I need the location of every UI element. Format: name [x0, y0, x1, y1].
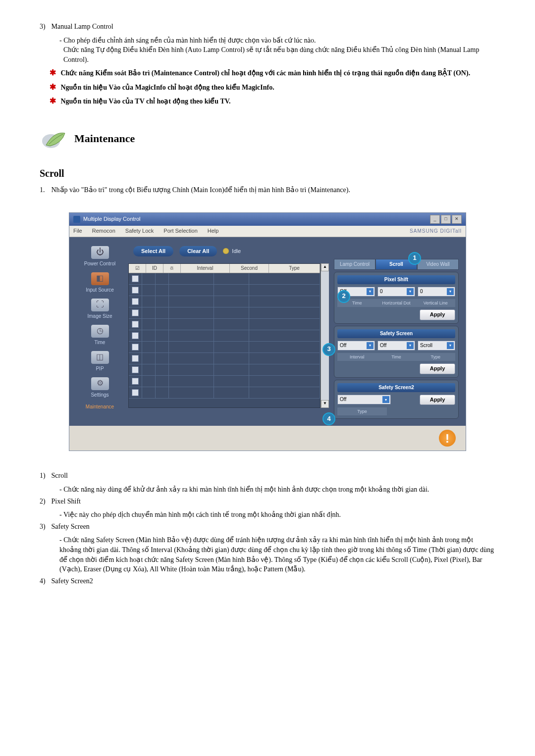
col-checkbox[interactable]: ☑ [129, 264, 146, 273]
scroll-up-icon[interactable]: ▲ [321, 263, 329, 271]
bottom-item-4: 4) Safety Screen2 [40, 576, 495, 586]
safety-screen2-apply-button[interactable]: Apply [420, 395, 455, 405]
row-checkbox[interactable] [132, 378, 139, 385]
select-all-button[interactable]: Select All [133, 246, 173, 256]
table-row[interactable] [129, 285, 320, 296]
tab-lamp-control[interactable]: Lamp Control [334, 259, 375, 270]
table-row[interactable] [129, 376, 320, 387]
table-row[interactable] [129, 296, 320, 307]
table-row[interactable] [129, 353, 320, 364]
row-checkbox[interactable] [132, 355, 139, 362]
menu-help[interactable]: Help [208, 227, 219, 235]
menu-safety-lock[interactable]: Safety Lock [125, 227, 154, 235]
chevron-down-icon: ▾ [447, 342, 454, 349]
close-button[interactable]: ✕ [452, 215, 462, 224]
sidebar-label: Power Control [84, 260, 115, 267]
titlebar: Multiple Display Control _ □ ✕ [69, 213, 466, 226]
tab-video-wall[interactable]: Video Wall [417, 259, 459, 270]
screenshot: Multiple Display Control _ □ ✕ File Remo… [40, 212, 495, 451]
leaf-icon [40, 127, 69, 151]
chevron-down-icon: ▾ [382, 396, 389, 403]
label-type: Type [337, 407, 387, 416]
vertical-scrollbar[interactable]: ▲ ▼ [321, 263, 329, 408]
sidebar-item-input[interactable]: ◧ Input Source [76, 270, 123, 296]
row-checkbox[interactable] [132, 332, 139, 339]
b2-sub: - Việc này cho phép dịch chuyển màn hình… [59, 510, 495, 520]
item3-label: Manual Lamp Control [52, 22, 113, 32]
sidebar-item-time[interactable]: ◷ Time [76, 323, 123, 348]
pixel-shift-apply-button[interactable]: Apply [420, 309, 455, 320]
row-checkbox[interactable] [132, 389, 139, 396]
maximize-button[interactable]: □ [441, 215, 451, 224]
menu-port-selection[interactable]: Port Selection [163, 227, 197, 235]
app-window: Multiple Display Control _ □ ✕ File Remo… [69, 212, 466, 451]
sidebar-item-maintenance[interactable]: Maintenance [76, 402, 123, 412]
sidebar-label: Maintenance [86, 403, 114, 410]
table-row[interactable] [129, 307, 320, 319]
scroll-down-icon[interactable]: ▼ [321, 400, 329, 408]
idle-label: Idle [232, 248, 241, 255]
row-checkbox[interactable] [132, 321, 139, 328]
grid-rows [129, 273, 320, 407]
pixel-shift-vert-dropdown[interactable]: 0▾ [418, 287, 455, 297]
b1-sub: - Chức năng này dùng để khử dư ảnh xảy r… [59, 485, 495, 495]
item3-num: 3) [40, 22, 50, 32]
star-note-3: ✱ Nguồn tín hiệu Vào của TV chỉ hoạt độn… [50, 96, 495, 106]
b1-label: Scroll [52, 471, 68, 481]
pixel-shift-horiz-dropdown[interactable]: 0▾ [377, 287, 415, 297]
safety-screen-apply-button[interactable]: Apply [420, 363, 455, 374]
row-checkbox[interactable] [132, 366, 139, 373]
pixel-shift-panel: 2 Pixel Shift Off▾ 0▾ 0▾ Time Horizontal… [334, 272, 459, 324]
b3-sub: - Chức năng Safety Screen (Màn hình Bảo … [59, 535, 495, 574]
menu-remocon[interactable]: Remocon [92, 227, 115, 235]
sidebar-item-settings[interactable]: ⚙ Settings [76, 375, 123, 401]
b3-num: 3) [40, 522, 50, 532]
instruction-1: 1. Nhấp vào "Bảo trì" trong cột Biểu tượ… [40, 185, 495, 195]
row-checkbox[interactable] [132, 309, 139, 316]
table-row[interactable] [129, 387, 320, 399]
b2-label: Pixel Shift [52, 497, 81, 506]
callout-2: 2 [337, 290, 350, 303]
instr1-num: 1. [40, 185, 50, 195]
window-controls: _ □ ✕ [430, 215, 462, 224]
ss-interval-dropdown[interactable]: Off▾ [337, 341, 375, 351]
b2-num: 2) [40, 497, 50, 506]
window-title: Multiple Display Control [83, 215, 141, 223]
row-checkbox[interactable] [132, 287, 139, 294]
chevron-down-icon: ▾ [407, 288, 414, 295]
app-icon [73, 216, 80, 223]
sidebar-item-image-size[interactable]: ⛶ Image Size [76, 297, 123, 322]
b4-num: 4) [40, 576, 50, 586]
ss2-type-dropdown[interactable]: Off▾ [337, 395, 391, 404]
table-row[interactable] [129, 364, 320, 376]
table-row[interactable] [129, 342, 320, 353]
row-checkbox[interactable] [132, 298, 139, 305]
col-interval: Interval [181, 264, 230, 273]
table-row[interactable] [129, 319, 320, 330]
subsection-title: Scroll [40, 166, 495, 180]
safety-screen2-panel: 4 Safety Screen2 Off▾ Apply Type [334, 380, 459, 419]
table-row[interactable] [129, 330, 320, 342]
instr1-text: Nhấp vào "Bảo trì" trong cột Biểu tượng … [52, 186, 350, 194]
row-checkbox[interactable] [132, 344, 139, 351]
grid-header: ☑ ID ⛭ Interval Second Type [129, 264, 320, 273]
table-row[interactable] [129, 273, 320, 285]
callout-3: 3 [322, 343, 335, 356]
menu-file[interactable]: File [73, 227, 82, 235]
label-type: Type [416, 353, 455, 361]
chevron-down-icon: ▾ [407, 342, 414, 349]
clear-all-button[interactable]: Clear All [179, 246, 217, 256]
power-icon: ⏻ [91, 246, 109, 259]
ss-time-dropdown[interactable]: Off▾ [377, 341, 415, 351]
sidebar-item-pip[interactable]: ◫ PIP [76, 349, 123, 374]
star-note-1: ✱ Chức năng Kiểm soát Bảo trì (Maintenan… [50, 67, 495, 78]
sidebar-item-power[interactable]: ⏻ Power Control [76, 244, 123, 269]
sidebar-label: Image Size [87, 313, 112, 320]
minimize-button[interactable]: _ [430, 215, 440, 224]
section-title: Maintenance [74, 131, 135, 147]
col-id: ID [146, 264, 163, 273]
bottom-item-1: 1) Scroll [40, 471, 495, 481]
row-checkbox[interactable] [132, 275, 139, 282]
input-icon: ◧ [91, 272, 109, 285]
ss-type-dropdown[interactable]: Scroll▾ [418, 341, 455, 351]
